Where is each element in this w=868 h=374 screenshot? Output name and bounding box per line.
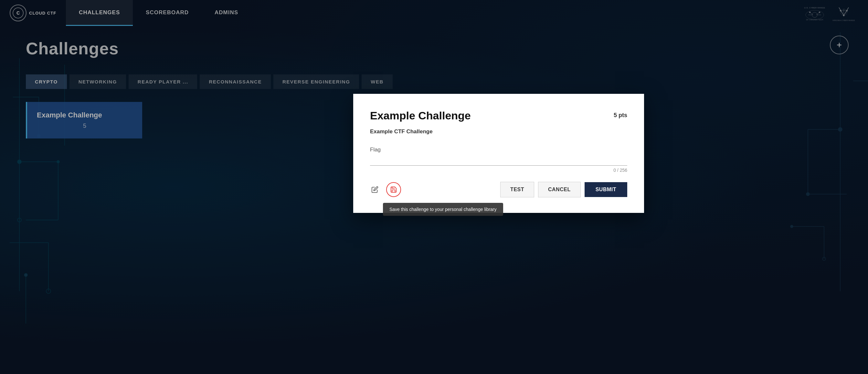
- modal-description: Example CTF Challenge: [370, 128, 627, 135]
- modal-overlay: Example Challenge 5 pts Example CTF Chal…: [0, 0, 868, 374]
- modal-actions-row: Save this challenge to your personal cha…: [370, 182, 627, 197]
- edit-icon-button[interactable]: [370, 185, 380, 195]
- modal-flag-label: Flag: [370, 147, 627, 153]
- modal-header: Example Challenge 5 pts: [370, 109, 627, 122]
- save-to-library-button[interactable]: [386, 182, 401, 197]
- cancel-button[interactable]: CANCEL: [538, 182, 581, 197]
- modal-icons-wrapper: Save this challenge to your personal cha…: [370, 182, 401, 197]
- modal-title: Example Challenge: [370, 109, 471, 122]
- modal-flag-counter: 0 / 256: [370, 168, 627, 173]
- challenge-modal: Example Challenge 5 pts Example CTF Chal…: [353, 94, 644, 213]
- save-tooltip: Save this challenge to your personal cha…: [383, 203, 503, 216]
- modal-icons: [370, 182, 401, 197]
- submit-button[interactable]: SUBMIT: [585, 182, 627, 197]
- test-button[interactable]: TEST: [500, 182, 534, 197]
- modal-pts: 5 pts: [614, 112, 627, 119]
- modal-buttons: TEST CANCEL SUBMIT: [500, 182, 627, 197]
- modal-flag-input[interactable]: [370, 155, 627, 166]
